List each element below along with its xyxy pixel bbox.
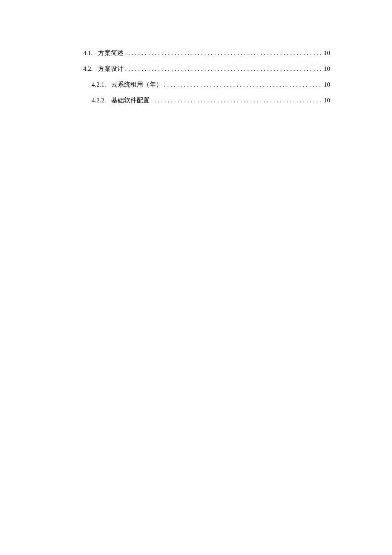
toc-title: 云系统租用（年） <box>111 81 162 89</box>
toc-number: 4.2.1. <box>92 81 106 88</box>
toc-leader-dots <box>151 97 322 104</box>
toc-number: 4.1. <box>83 49 93 57</box>
table-of-contents: 4.1. 方案简述 10 4.2. 方案设计 10 4.2.1. 云系统租用（年… <box>66 49 330 105</box>
toc-title: 方案设计 <box>98 65 124 73</box>
toc-title: 方案简述 <box>98 49 124 57</box>
toc-page-number: 10 <box>324 65 330 73</box>
toc-entry[interactable]: 4.2.2. 基础软件配置 10 <box>66 96 330 105</box>
toc-entry[interactable]: 4.1. 方案简述 10 <box>66 49 330 57</box>
toc-number: 4.2.2. <box>92 97 106 104</box>
toc-entry[interactable]: 4.2.1. 云系统租用（年） 10 <box>66 81 330 89</box>
toc-leader-dots <box>125 49 323 57</box>
toc-leader-dots <box>125 65 323 73</box>
document-page: 4.1. 方案简述 10 4.2. 方案设计 10 4.2.1. 云系统租用（年… <box>0 0 392 105</box>
toc-page-number: 10 <box>324 49 330 57</box>
toc-title: 基础软件配置 <box>111 96 150 105</box>
toc-page-number: 10 <box>324 81 330 88</box>
toc-number: 4.2. <box>83 65 93 73</box>
toc-page-number: 10 <box>324 97 330 104</box>
toc-entry[interactable]: 4.2. 方案设计 10 <box>66 65 330 73</box>
toc-leader-dots <box>164 81 322 88</box>
